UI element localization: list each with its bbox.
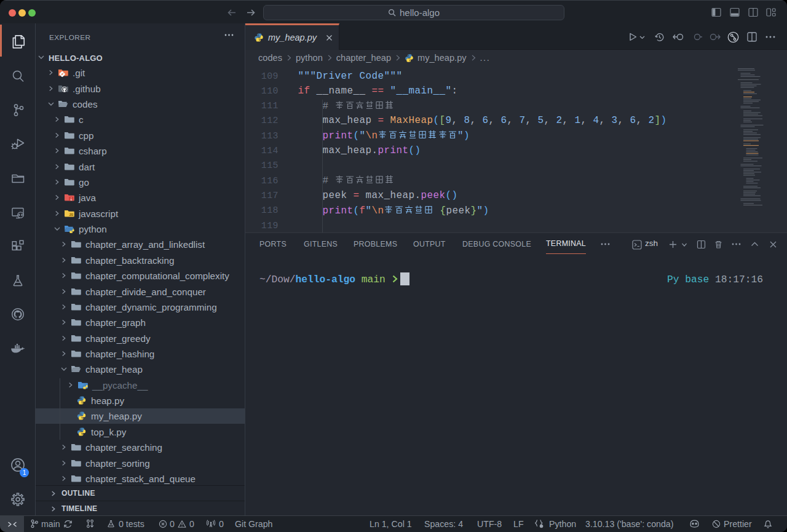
svg-text:JS: JS <box>69 213 74 216</box>
